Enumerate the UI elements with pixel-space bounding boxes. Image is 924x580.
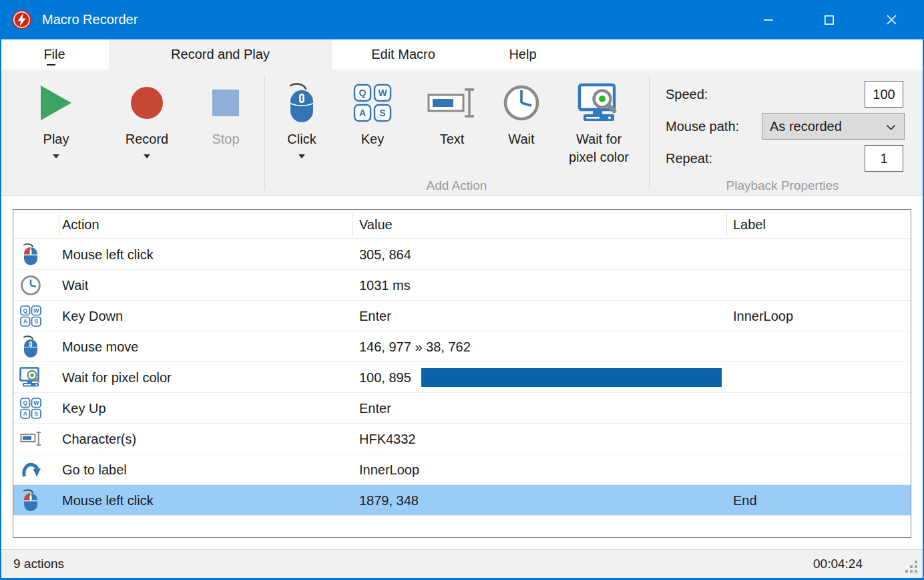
table-row[interactable]: QWAS Key Down Enter InnerLoop xyxy=(13,301,911,331)
add-click-button[interactable]: Click xyxy=(268,79,335,158)
add-wait-pixel-color-label: Wait for pixel color xyxy=(569,130,629,166)
window-border xyxy=(0,39,1,580)
maximize-icon xyxy=(824,15,835,25)
wait-pixel-line1: Wait for xyxy=(576,132,622,146)
svg-text:Q: Q xyxy=(23,307,27,314)
action-cell: Mouse left click xyxy=(62,485,154,516)
header-value[interactable]: Value xyxy=(359,210,393,239)
svg-text:A: A xyxy=(23,410,27,417)
add-wait-pixel-color-button[interactable]: Wait for pixel color xyxy=(552,79,646,166)
maximize-button[interactable] xyxy=(814,0,845,39)
go-to-label-icon xyxy=(17,454,44,485)
resize-grip-icon[interactable] xyxy=(905,561,917,573)
mouse-left-click-icon xyxy=(17,239,44,270)
tab-help-label: Help xyxy=(509,47,536,62)
value-cell: HFK4332 xyxy=(359,424,416,454)
mouse-path-select[interactable]: As recorded xyxy=(762,113,905,140)
minimize-button[interactable] xyxy=(753,0,784,39)
mouse-path-label: Mouse path: xyxy=(666,113,739,140)
value-cell: InnerLoop xyxy=(359,454,419,485)
stop-icon xyxy=(212,90,239,116)
pixel-color-monitor-icon xyxy=(578,79,620,127)
header-label[interactable]: Label xyxy=(733,210,766,239)
add-text-button[interactable]: Text xyxy=(419,79,485,148)
action-cell: Key Up xyxy=(62,393,106,424)
column-separator xyxy=(59,213,59,236)
tab-help[interactable]: Help xyxy=(475,39,571,69)
window-title: Macro Recorder xyxy=(42,12,138,27)
mouse-path-value: As recorded xyxy=(770,119,842,134)
titlebar: Macro Recorder xyxy=(0,0,924,39)
value-cell: Enter xyxy=(359,301,391,331)
action-cell: Mouse move xyxy=(62,331,139,362)
value-cell: Enter xyxy=(359,393,391,424)
record-button[interactable]: Record xyxy=(113,79,180,158)
column-separator xyxy=(726,213,727,236)
action-table: Action Value Label Mouse left click 305,… xyxy=(13,209,911,538)
svg-text:W: W xyxy=(378,88,387,98)
actions-count: 9 actions xyxy=(13,550,64,578)
column-separator xyxy=(352,213,353,236)
svg-text:Q: Q xyxy=(23,400,27,406)
action-cell: Mouse left click xyxy=(62,239,154,270)
svg-text:W: W xyxy=(33,307,39,314)
mouse-move-icon xyxy=(17,331,44,362)
speed-input[interactable] xyxy=(865,81,903,108)
text-icon xyxy=(17,424,44,454)
table-row[interactable]: Character(s) HFK4332 xyxy=(13,424,911,454)
table-row-selected[interactable]: Mouse left click 1879, 348 End xyxy=(13,485,911,516)
tab-edit-macro-label: Edit Macro xyxy=(371,47,435,62)
dropdown-arrow-icon xyxy=(144,154,150,158)
record-icon xyxy=(131,87,163,119)
tab-edit-macro[interactable]: Edit Macro xyxy=(332,39,475,69)
key-icon: QWAS xyxy=(17,393,44,424)
play-icon xyxy=(41,86,71,120)
speed-label: Speed: xyxy=(666,81,708,108)
header-action[interactable]: Action xyxy=(62,210,99,239)
wait-pixel-line2: pixel color xyxy=(569,150,629,164)
wait-icon xyxy=(17,270,44,301)
close-button[interactable] xyxy=(876,0,907,39)
label-cell: End xyxy=(733,485,757,516)
table-row[interactable]: QWAS Key Up Enter xyxy=(13,393,911,424)
elapsed-time: 00:04:24 xyxy=(813,550,863,578)
repeat-input[interactable] xyxy=(865,145,903,172)
add-wait-label: Wait xyxy=(508,130,534,148)
label-cell: InnerLoop xyxy=(733,301,793,331)
macro-recorder-window: Macro Recorder File Record and Play Edit… xyxy=(0,0,924,580)
add-click-label: Click xyxy=(287,130,316,148)
group-separator xyxy=(649,75,650,190)
value-cell: 1031 ms xyxy=(359,270,411,301)
file-accelerator-underline xyxy=(47,64,55,65)
repeat-label: Repeat: xyxy=(666,145,712,172)
svg-text:S: S xyxy=(34,318,38,325)
key-icon: QWAS xyxy=(17,301,44,331)
table-row[interactable]: Mouse left click 305, 864 xyxy=(13,239,911,270)
add-wait-button[interactable]: Wait xyxy=(488,79,555,148)
clock-icon xyxy=(503,79,540,127)
table-row[interactable]: Go to label InnerLoop xyxy=(13,454,911,485)
mouse-left-click-icon xyxy=(17,485,44,516)
text-field-icon xyxy=(427,79,477,127)
dropdown-arrow-icon xyxy=(298,154,305,158)
add-key-label: Key xyxy=(361,130,384,148)
tab-record-and-play[interactable]: Record and Play xyxy=(109,39,332,69)
mouse-icon xyxy=(284,79,319,127)
ribbon: Play Record Stop Click xyxy=(0,69,924,196)
wait-pixel-color-icon xyxy=(17,362,44,393)
svg-text:S: S xyxy=(379,108,385,118)
table-row[interactable]: Wait for pixel color 100, 895 xyxy=(13,362,911,393)
svg-text:S: S xyxy=(34,410,38,417)
action-cell: Wait xyxy=(62,270,88,301)
table-row[interactable]: Wait 1031 ms xyxy=(13,270,911,301)
close-icon xyxy=(886,14,897,25)
action-cell: Character(s) xyxy=(62,424,136,454)
tab-record-and-play-label: Record and Play xyxy=(171,47,270,62)
keyboard-keys-icon: QWAS xyxy=(353,79,392,127)
add-key-button[interactable]: QWAS Key xyxy=(339,79,406,148)
play-button[interactable]: Play xyxy=(23,79,89,158)
table-row[interactable]: Mouse move 146, 977 » 38, 762 xyxy=(13,331,911,362)
action-cell: Key Down xyxy=(62,301,123,331)
app-logo-icon xyxy=(11,9,32,30)
group-separator xyxy=(264,75,265,190)
